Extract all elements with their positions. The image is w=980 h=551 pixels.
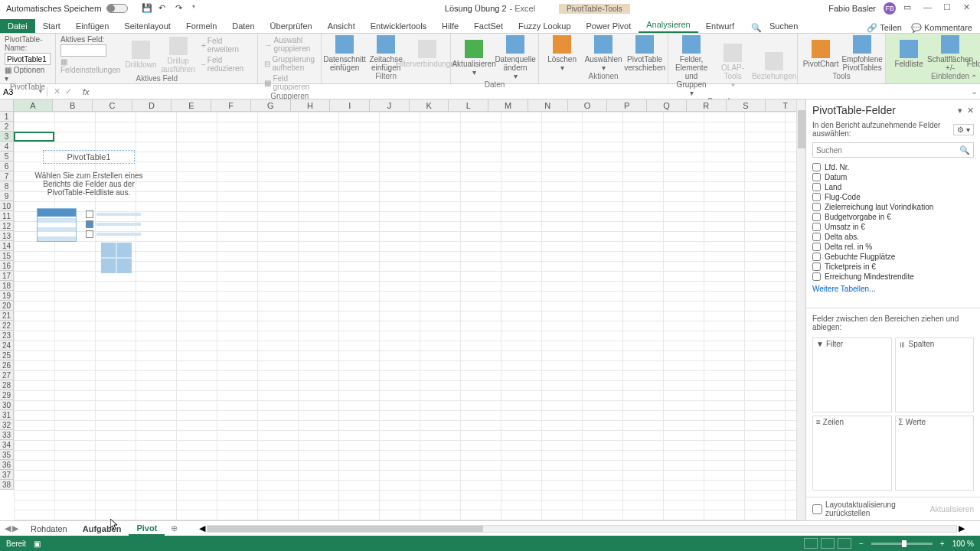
defer-layout-checkbox[interactable] xyxy=(812,504,822,514)
tab-einfuegen[interactable]: Einfügen xyxy=(68,19,116,33)
field-item[interactable]: Zielerreichung laut Vorindikation xyxy=(812,202,974,212)
field-item[interactable]: Delta abs. xyxy=(812,232,974,242)
row-header-17[interactable]: 17 xyxy=(0,271,14,281)
drilldown-button[interactable]: Drilldown xyxy=(125,41,156,69)
autosave-toggle[interactable] xyxy=(106,4,128,13)
field-search-input[interactable] xyxy=(813,146,956,155)
row-header-32[interactable]: 32 xyxy=(0,420,14,430)
field-checkbox[interactable] xyxy=(812,272,821,281)
row-header-37[interactable]: 37 xyxy=(0,470,14,480)
expand-field-button[interactable]: + Feld erweitern xyxy=(200,36,253,54)
clear-button[interactable]: Löschen ▾ xyxy=(544,35,580,72)
group-selection-button[interactable]: → Auswahl gruppieren xyxy=(263,35,316,54)
search-icon[interactable]: 🔍 xyxy=(751,23,762,33)
row-header-2[interactable]: 2 xyxy=(0,122,14,132)
field-headers-button[interactable]: Feldkopfzeilen xyxy=(973,40,980,68)
row-header-33[interactable]: 33 xyxy=(0,430,14,440)
area-values[interactable]: Σ Werte xyxy=(895,416,975,491)
row-header-12[interactable]: 12 xyxy=(0,221,14,231)
minimize-icon[interactable]: ― xyxy=(923,2,936,15)
col-header-r[interactable]: R xyxy=(687,99,727,111)
pivottable-name-input[interactable] xyxy=(5,53,51,65)
pivotchart-button[interactable]: PivotChart xyxy=(802,40,839,68)
row-header-16[interactable]: 16 xyxy=(0,261,14,271)
tab-factset[interactable]: FactSet xyxy=(466,19,511,33)
col-header-g[interactable]: G xyxy=(251,99,291,111)
col-header-j[interactable]: J xyxy=(370,99,410,111)
sheet-nav-next-icon[interactable]: ▶ xyxy=(12,523,18,533)
row-header-20[interactable]: 20 xyxy=(0,301,14,311)
col-header-s[interactable]: S xyxy=(727,99,766,111)
row-header-27[interactable]: 27 xyxy=(0,370,14,380)
field-checkbox[interactable] xyxy=(812,213,821,221)
recommended-pivot-button[interactable]: Empfohlene PivotTables xyxy=(844,35,880,72)
field-checkbox[interactable] xyxy=(812,223,821,231)
enter-formula-icon[interactable]: ✓ xyxy=(65,86,72,96)
tab-fuzzy-lookup[interactable]: Fuzzy Lookup xyxy=(511,19,578,33)
col-header-l[interactable]: L xyxy=(449,99,488,111)
active-cell[interactable] xyxy=(14,132,54,142)
zoom-in-icon[interactable]: + xyxy=(940,540,945,548)
field-item[interactable]: Datum xyxy=(812,172,974,182)
vertical-scrollbar[interactable] xyxy=(796,99,805,520)
field-checkbox[interactable] xyxy=(812,183,821,191)
col-header-q[interactable]: Q xyxy=(647,99,687,111)
field-checkbox[interactable] xyxy=(812,243,821,251)
area-rows[interactable]: ≡ Zeilen xyxy=(812,416,892,491)
row-header-28[interactable]: 28 xyxy=(0,380,14,390)
field-checkbox[interactable] xyxy=(812,233,821,241)
col-header-d[interactable]: D xyxy=(132,99,172,111)
row-header-19[interactable]: 19 xyxy=(0,291,14,301)
cancel-formula-icon[interactable]: ✕ xyxy=(54,86,60,96)
active-field-input[interactable] xyxy=(60,44,106,57)
macro-record-icon[interactable]: ▣ xyxy=(34,540,41,548)
ribbon-display-icon[interactable]: ▭ xyxy=(903,2,916,15)
view-page-layout-icon[interactable] xyxy=(821,538,835,549)
row-header-6[interactable]: 6 xyxy=(0,161,14,171)
field-item[interactable]: Budgetvorgabe in € xyxy=(812,212,974,222)
field-search[interactable]: 🔍 xyxy=(812,142,974,158)
add-sheet-icon[interactable]: ⊕ xyxy=(165,523,184,533)
olap-tools-button[interactable]: OLAP-Tools ▾ xyxy=(714,44,751,89)
tab-seitenlayout[interactable]: Seitenlayout xyxy=(116,19,178,33)
sheet-nav-prev-icon[interactable]: ◀ xyxy=(5,523,11,533)
sheet-tab-rohdaten[interactable]: Rohdaten xyxy=(23,523,75,535)
change-source-button[interactable]: Datenquelle ändern ▾ xyxy=(497,35,534,80)
user-avatar[interactable]: FB xyxy=(884,2,896,15)
select-button[interactable]: Auswählen ▾ xyxy=(585,35,622,72)
drillup-button[interactable]: Drillup ausführen xyxy=(162,37,195,73)
col-header-h[interactable]: H xyxy=(291,99,331,111)
pane-layout-gear-icon[interactable]: ⚙ ▾ xyxy=(953,124,974,135)
row-header-36[interactable]: 36 xyxy=(0,460,14,470)
redo-icon[interactable]: ↷ xyxy=(175,3,186,14)
field-checkbox[interactable] xyxy=(812,163,821,171)
row-header-13[interactable]: 13 xyxy=(0,231,14,241)
row-header-8[interactable]: 8 xyxy=(0,181,14,191)
view-normal-icon[interactable] xyxy=(804,538,818,549)
col-header-b[interactable]: B xyxy=(53,99,93,111)
collapse-ribbon-icon[interactable]: ⌃ xyxy=(971,73,977,82)
tab-datei[interactable]: Datei xyxy=(0,19,35,33)
row-header-1[interactable]: 1 xyxy=(0,112,14,122)
row-header-4[interactable]: 4 xyxy=(0,142,14,152)
row-header-21[interactable]: 21 xyxy=(0,311,14,321)
group-field-button[interactable]: ▦ Feld gruppieren xyxy=(263,73,316,92)
col-header-c[interactable]: C xyxy=(93,99,132,111)
field-item[interactable]: Umsatz in € xyxy=(812,222,974,232)
tab-hilfe[interactable]: Hilfe xyxy=(434,19,466,33)
zoom-level[interactable]: 100 % xyxy=(952,540,974,548)
field-item[interactable]: Flug-Code xyxy=(812,192,974,202)
row-header-22[interactable]: 22 xyxy=(0,321,14,331)
row-header-26[interactable]: 26 xyxy=(0,360,14,370)
field-item[interactable]: Delta rel. in % xyxy=(812,242,974,252)
row-header-38[interactable]: 38 xyxy=(0,480,14,490)
fieldlist-button[interactable]: Feldliste xyxy=(890,40,927,68)
filter-connections-button[interactable]: Filterverbindungen xyxy=(409,40,446,68)
col-header-i[interactable]: I xyxy=(330,99,370,111)
relations-button[interactable]: Beziehungen xyxy=(756,52,792,80)
col-header-f[interactable]: F xyxy=(211,99,251,111)
row-header-29[interactable]: 29 xyxy=(0,390,14,400)
col-header-m[interactable]: M xyxy=(488,99,528,111)
row-header-25[interactable]: 25 xyxy=(0,350,14,360)
col-header-a[interactable]: A xyxy=(14,99,54,111)
